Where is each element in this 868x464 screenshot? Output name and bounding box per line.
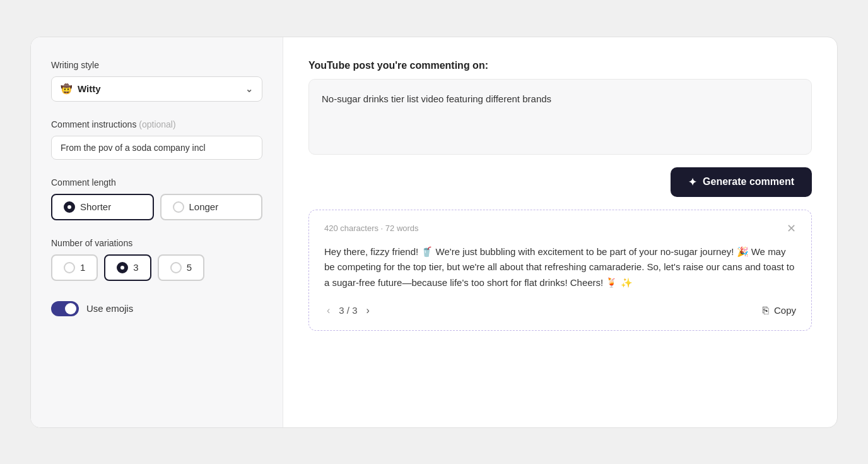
variation-1-label: 1 bbox=[80, 262, 85, 273]
toggle-knob bbox=[65, 303, 76, 314]
youtube-input[interactable]: No-sugar drinks tier list video featurin… bbox=[308, 79, 812, 155]
use-emojis-toggle[interactable] bbox=[51, 301, 79, 316]
copy-button[interactable]: ⎘ Copy bbox=[763, 305, 796, 316]
variations-group: 1 3 5 bbox=[51, 254, 262, 281]
instructions-optional-label: (optional) bbox=[139, 119, 175, 129]
page-current: 3 bbox=[339, 305, 344, 316]
dropdown-left: 🤠 Witty bbox=[61, 83, 101, 95]
writing-style-dropdown[interactable]: 🤠 Witty ⌄ bbox=[51, 76, 262, 102]
main-card: Writing style 🤠 Witty ⌄ Comment instruct… bbox=[30, 37, 838, 428]
length-option-longer[interactable]: Longer bbox=[160, 194, 263, 220]
pagination: ‹ 3 / 3 › bbox=[324, 304, 372, 318]
variations-section: Number of variations 1 3 5 bbox=[51, 238, 262, 281]
chevron-down-icon: ⌄ bbox=[245, 84, 253, 94]
youtube-input-value: No-sugar drinks tier list video featurin… bbox=[322, 93, 551, 104]
length-option-shorter[interactable]: Shorter bbox=[51, 194, 154, 220]
youtube-section-label: YouTube post you're commenting on: bbox=[308, 60, 812, 71]
radio-dot-5 bbox=[170, 262, 182, 273]
length-label: Comment length bbox=[51, 177, 262, 187]
length-shorter-label: Shorter bbox=[80, 201, 111, 212]
page-total: 3 bbox=[352, 305, 357, 316]
variation-option-5[interactable]: 5 bbox=[158, 254, 204, 281]
length-radio-group: Shorter Longer bbox=[51, 194, 262, 220]
result-footer: ‹ 3 / 3 › ⎘ Copy bbox=[324, 304, 796, 318]
variation-5-label: 5 bbox=[187, 262, 192, 273]
page-indicator: 3 / 3 bbox=[339, 305, 357, 316]
writing-style-section: Writing style 🤠 Witty ⌄ bbox=[51, 60, 262, 102]
generate-label: Generate comment bbox=[703, 176, 794, 187]
result-card: 420 characters · 72 words ✕ Hey there, f… bbox=[308, 210, 812, 331]
length-section: Comment length Shorter Longer bbox=[51, 177, 262, 220]
radio-dot-longer bbox=[173, 201, 184, 213]
instructions-input[interactable] bbox=[51, 136, 262, 160]
variation-option-1[interactable]: 1 bbox=[51, 254, 98, 281]
radio-dot-1 bbox=[64, 262, 75, 273]
variations-label: Number of variations bbox=[51, 238, 262, 248]
generate-row: ✦ Generate comment bbox=[308, 167, 812, 197]
page-separator: / bbox=[347, 305, 352, 316]
toggle-row: Use emojis bbox=[51, 301, 262, 316]
result-text: Hey there, fizzy friend! 🥤 We're just bu… bbox=[324, 244, 796, 291]
instructions-label: Comment instructions (optional) bbox=[51, 119, 262, 129]
left-panel: Writing style 🤠 Witty ⌄ Comment instruct… bbox=[31, 37, 283, 427]
writing-style-emoji: 🤠 bbox=[61, 83, 73, 95]
instructions-section: Comment instructions (optional) bbox=[51, 119, 262, 160]
toggle-label: Use emojis bbox=[86, 303, 133, 314]
result-meta: 420 characters · 72 words bbox=[324, 223, 419, 233]
copy-icon: ⎘ bbox=[763, 305, 769, 316]
result-header: 420 characters · 72 words ✕ bbox=[324, 223, 796, 234]
youtube-section: YouTube post you're commenting on: No-su… bbox=[308, 60, 812, 155]
length-longer-label: Longer bbox=[189, 201, 219, 212]
close-button[interactable]: ✕ bbox=[787, 223, 796, 234]
next-page-button[interactable]: › bbox=[364, 304, 372, 318]
prev-page-button[interactable]: ‹ bbox=[324, 304, 332, 318]
radio-dot-shorter bbox=[64, 201, 75, 213]
generate-comment-button[interactable]: ✦ Generate comment bbox=[671, 167, 812, 197]
radio-dot-3 bbox=[117, 262, 128, 273]
variation-3-label: 3 bbox=[133, 262, 138, 273]
writing-style-value: Witty bbox=[78, 83, 101, 94]
variation-option-3[interactable]: 3 bbox=[104, 254, 151, 281]
writing-style-label: Writing style bbox=[51, 60, 262, 70]
copy-label: Copy bbox=[774, 305, 796, 316]
sparkle-icon: ✦ bbox=[688, 176, 696, 188]
right-panel: YouTube post you're commenting on: No-su… bbox=[283, 37, 837, 427]
